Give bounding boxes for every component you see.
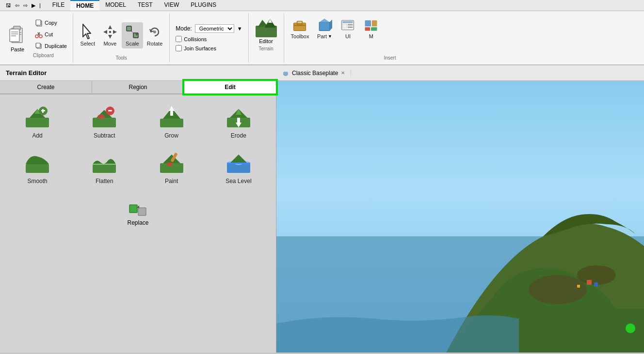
move-icon	[102, 24, 118, 40]
insert-section: Toolbox Part ▼	[284, 13, 400, 62]
toolbox-icon	[292, 17, 307, 32]
select-icon	[80, 24, 96, 40]
subtract-tool[interactable]: Subtract	[73, 100, 136, 142]
insert-label: Insert	[384, 53, 396, 61]
menu-test[interactable]: TEST	[132, 0, 159, 11]
grow-tool[interactable]: Grow	[140, 100, 203, 142]
add-tool[interactable]: Add	[6, 100, 69, 142]
svg-rect-42	[348, 27, 353, 29]
svg-rect-81	[138, 208, 146, 215]
classic-baseplate-label: Classic Baseplate	[292, 70, 338, 77]
ui-icon	[340, 17, 355, 32]
cut-icon	[35, 31, 43, 38]
ribbon-tabs: 🖫 ⇦ ⇨ ▶ | FILE HOME MODEL TEST VIEW PLUG…	[0, 0, 644, 11]
rotate-button[interactable]: Rotate	[144, 22, 165, 48]
scale-button[interactable]: Scale	[122, 22, 143, 48]
menu-model[interactable]: MODEL	[99, 0, 132, 11]
mode-select[interactable]: Geometric Physical	[195, 24, 234, 33]
select-label: Select	[80, 41, 96, 46]
copy-button[interactable]: Copy	[33, 18, 59, 28]
paint-tool[interactable]: Paint	[140, 146, 203, 187]
add-tool-icon	[24, 103, 51, 130]
sea-level-tool-icon	[225, 149, 252, 176]
part-label-row: Part ▼	[317, 33, 332, 39]
qa-icon[interactable]: 🖫	[4, 1, 13, 9]
more-button[interactable]: M	[360, 15, 382, 41]
smooth-tool[interactable]: Smooth	[6, 146, 69, 187]
mode-dropdown-icon[interactable]: ▼	[237, 26, 242, 31]
viewport[interactable]	[276, 81, 644, 353]
tools-row: Select Move	[77, 15, 165, 55]
move-button[interactable]: Move	[99, 22, 121, 48]
svg-rect-61	[160, 119, 183, 127]
svg-marker-63	[169, 106, 175, 111]
qa-icon3[interactable]: ⇨	[21, 1, 30, 10]
svg-rect-23	[127, 26, 131, 31]
cut-button[interactable]: Cut	[33, 30, 55, 39]
svg-rect-39	[343, 21, 353, 23]
duplicate-label: Duplicate	[45, 43, 67, 49]
svg-marker-20	[103, 30, 107, 34]
svg-point-58	[97, 114, 105, 119]
select-button[interactable]: Select	[77, 22, 98, 48]
svg-point-89	[626, 323, 635, 333]
join-surfaces-label: Join Surfaces	[184, 46, 216, 51]
paste-icon	[8, 23, 27, 46]
flatten-tool-icon	[91, 149, 118, 176]
more-label: M	[369, 33, 373, 39]
paint-tool-label: Paint	[165, 178, 178, 185]
terrain-panel: Create Region Edit	[0, 81, 276, 353]
menu-home[interactable]: HOME	[70, 0, 99, 11]
editor-button[interactable]: Editor	[255, 15, 278, 44]
flatten-tool[interactable]: Flatten	[73, 146, 136, 187]
tools-section: Select Move	[73, 13, 170, 62]
qa-icon2[interactable]: ⇦	[13, 1, 21, 10]
erode-tool-label: Erode	[231, 132, 246, 139]
duplicate-icon	[35, 42, 43, 50]
svg-rect-35	[320, 22, 330, 31]
qa-sep: |	[37, 1, 43, 9]
replace-tool[interactable]: Replace	[6, 195, 270, 229]
menu-plugins[interactable]: PLUGINS	[185, 0, 222, 11]
svg-rect-64	[170, 111, 173, 116]
sea-level-tool[interactable]: Sea Level	[207, 146, 270, 187]
create-tab[interactable]: Create	[0, 81, 92, 93]
svg-rect-32	[294, 23, 306, 31]
smooth-tool-icon	[24, 149, 51, 176]
tabs-container: Classic Baseplate ✕	[276, 65, 351, 80]
svg-rect-34	[294, 25, 306, 26]
svg-rect-22	[109, 31, 111, 33]
terrain-editor-tab-label: Terrain Editor	[0, 65, 276, 80]
duplicate-button[interactable]: Duplicate	[33, 41, 69, 51]
qa-play[interactable]: ▶	[30, 1, 37, 10]
region-tab[interactable]: Region	[92, 81, 184, 93]
smooth-tool-label: Smooth	[27, 178, 47, 185]
close-tab-button[interactable]: ✕	[341, 70, 345, 76]
paint-tool-icon	[158, 149, 185, 176]
menu-file[interactable]: FILE	[47, 0, 70, 11]
svg-rect-41	[348, 24, 353, 26]
part-button[interactable]: Part ▼	[314, 15, 335, 41]
edit-tab[interactable]: Edit	[184, 81, 276, 93]
part-label: Part	[317, 33, 327, 39]
join-surfaces-checkbox[interactable]	[176, 45, 182, 51]
svg-marker-31	[268, 19, 272, 23]
cloud-icon	[282, 70, 289, 77]
mode-row: Mode: Geometric Physical ▼	[176, 24, 242, 33]
classic-baseplate-tab[interactable]: Classic Baseplate ✕	[276, 70, 351, 77]
svg-rect-8	[11, 35, 16, 36]
ui-button[interactable]: UI	[337, 15, 358, 41]
scale-label: Scale	[126, 41, 139, 46]
erode-tool[interactable]: Erode	[207, 100, 270, 142]
svg-marker-78	[230, 154, 247, 163]
paste-button[interactable]: Paste	[4, 21, 31, 54]
svg-rect-16	[36, 43, 40, 47]
svg-rect-46	[371, 27, 377, 31]
collisions-checkbox[interactable]	[176, 36, 182, 42]
svg-marker-19	[108, 35, 112, 39]
toolbox-button[interactable]: Toolbox	[288, 15, 312, 41]
menu-view[interactable]: VIEW	[159, 0, 185, 11]
mode-section: Mode: Geometric Physical ▼ Collisions Jo…	[170, 13, 248, 62]
terrain-tools-grid: Add Subtract	[0, 94, 276, 193]
svg-rect-7	[11, 33, 18, 34]
